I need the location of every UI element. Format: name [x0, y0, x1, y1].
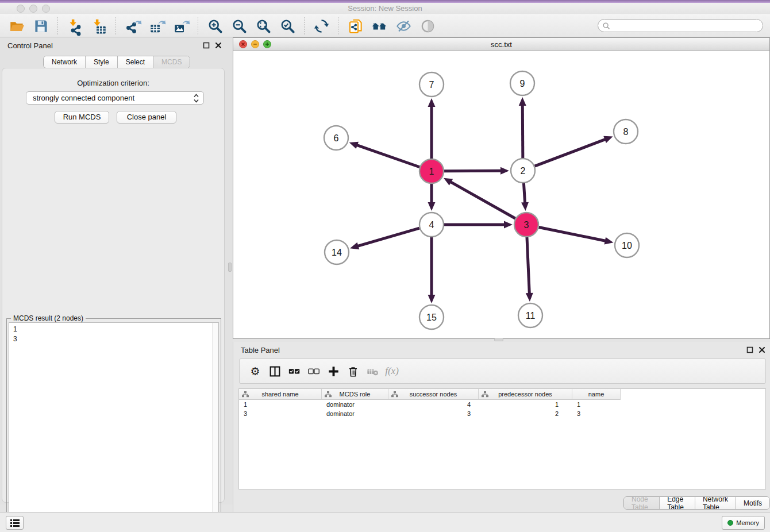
add-icon[interactable] — [324, 363, 343, 380]
tab-select[interactable]: Select — [118, 56, 153, 68]
table-cell[interactable]: 3 — [572, 409, 621, 418]
toolbar-separator — [304, 17, 305, 34]
close-panel-icon[interactable] — [214, 41, 222, 49]
save-icon[interactable] — [32, 17, 49, 34]
column-header-name[interactable]: name — [572, 389, 621, 400]
table-cell[interactable]: 3 — [239, 409, 322, 418]
mcds-result-values[interactable]: 1 3 — [9, 322, 219, 527]
graph-node-9[interactable]: 9 — [510, 71, 534, 95]
tab-style[interactable]: Style — [86, 56, 118, 68]
import-network-icon[interactable] — [66, 17, 83, 34]
svg-text:6: 6 — [334, 133, 339, 143]
deselect-all-icon[interactable] — [304, 363, 324, 380]
table-cell[interactable]: 4 — [388, 400, 479, 409]
network-canvas[interactable]: 7968124314101511 — [233, 52, 769, 338]
zoom-fit-icon[interactable] — [255, 17, 272, 34]
search-icon — [602, 22, 611, 30]
tab-motifs[interactable]: Motifs — [736, 497, 769, 509]
graph-node-15[interactable]: 15 — [419, 305, 444, 329]
table-row[interactable]: 3dominator323 — [239, 409, 621, 418]
table-toolbar: ⚙f(x) — [239, 358, 766, 384]
graph-node-6[interactable]: 6 — [324, 126, 348, 150]
column-header-predecessor-nodes[interactable]: predecessor nodes — [479, 389, 572, 400]
graph-node-10[interactable]: 10 — [615, 233, 639, 257]
function-builder-icon: f(x) — [382, 363, 402, 380]
svg-text:9: 9 — [520, 79, 525, 88]
graph-node-7[interactable]: 7 — [419, 72, 444, 97]
table-row[interactable]: 1dominator411 — [239, 400, 621, 409]
float-table-panel-icon[interactable] — [746, 346, 753, 353]
tab-label: Edge Table — [667, 496, 687, 510]
tab-mcds[interactable]: MCDS — [153, 56, 190, 68]
tab-label: Select — [126, 58, 145, 66]
home-pair-icon[interactable] — [371, 17, 388, 34]
list-icon — [10, 518, 20, 527]
table-cell[interactable]: dominator — [322, 409, 388, 418]
graph-node-2[interactable]: 2 — [511, 159, 535, 183]
refresh-icon[interactable] — [313, 17, 330, 34]
tab-network[interactable]: Network — [44, 56, 86, 68]
svg-text:3: 3 — [524, 220, 529, 230]
export-image-icon[interactable] — [172, 17, 190, 34]
mcds-result-box: MCDS result (2 nodes) 1 3 — [6, 314, 221, 530]
copy-network-icon[interactable] — [346, 17, 364, 34]
tab-label: MCDS — [161, 58, 182, 66]
zoom-out-icon[interactable] — [230, 17, 248, 34]
import-table-icon[interactable] — [90, 17, 107, 34]
svg-text:7: 7 — [429, 80, 434, 90]
svg-text:10: 10 — [622, 241, 632, 250]
graph-node-3[interactable]: 3 — [514, 213, 538, 237]
graph-node-4[interactable]: 4 — [419, 213, 444, 237]
network-window-titlebar[interactable]: scc.txt — [233, 38, 769, 51]
memory-label: Memory — [736, 519, 759, 526]
vertical-splitter-grip[interactable] — [228, 263, 232, 272]
column-header-shared-name[interactable]: shared name — [239, 389, 322, 400]
toolbar-separator — [198, 17, 198, 34]
tab-label: Style — [94, 58, 109, 66]
tab-node-table[interactable]: Node Table — [624, 497, 660, 509]
search-input[interactable] — [613, 20, 757, 31]
eye-slash-icon[interactable] — [395, 17, 412, 34]
select-all-icon[interactable] — [284, 363, 304, 380]
optimization-criterion-label: Optimization criterion: — [2, 79, 224, 87]
close-table-panel-icon[interactable] — [758, 346, 765, 353]
eye-disabled-icon — [419, 17, 436, 34]
column-header-MCDS-role[interactable]: MCDS role — [322, 389, 388, 400]
mcds-panel: Optimization criterion: strongly connect… — [2, 68, 225, 503]
table-cell[interactable]: 1 — [572, 400, 621, 409]
table-cell[interactable]: 2 — [479, 409, 572, 418]
node-table[interactable]: shared nameMCDS rolesuccessor nodesprede… — [238, 388, 766, 489]
memory-button[interactable]: Memory — [722, 516, 765, 530]
result-scrollbar[interactable] — [212, 323, 218, 527]
table-cell[interactable]: 1 — [239, 400, 322, 409]
delete-table-icon — [363, 363, 382, 380]
export-table-icon[interactable] — [148, 17, 165, 34]
split-pane-icon[interactable] — [265, 363, 284, 380]
gear-icon[interactable]: ⚙ — [245, 363, 265, 380]
close-panel-button[interactable]: Close panel — [117, 111, 176, 124]
zoom-selected-icon[interactable] — [279, 17, 296, 34]
tab-edge-table[interactable]: Edge Table — [660, 497, 695, 509]
open-folder-icon[interactable] — [8, 17, 25, 34]
task-history-button[interactable] — [6, 516, 24, 530]
horizontal-splitter-grip[interactable] — [494, 338, 503, 341]
table-cell[interactable]: dominator — [322, 400, 388, 409]
graph-node-14[interactable]: 14 — [325, 240, 349, 264]
graph-node-11[interactable]: 11 — [518, 303, 542, 327]
dropdown-stepper-icon — [193, 93, 199, 103]
graph-node-8[interactable]: 8 — [614, 119, 638, 144]
main-toolbar — [0, 14, 770, 37]
table-cell[interactable]: 1 — [479, 400, 572, 409]
search-field[interactable] — [598, 19, 763, 32]
run-mcds-button[interactable]: Run MCDS — [55, 111, 109, 124]
trash-icon[interactable] — [343, 363, 363, 380]
table-cell[interactable]: 3 — [388, 409, 479, 418]
tab-network-table[interactable]: Network Table — [695, 497, 736, 509]
column-header-successor-nodes[interactable]: successor nodes — [388, 389, 479, 400]
graph-node-1[interactable]: 1 — [419, 159, 444, 183]
float-panel-icon[interactable] — [202, 41, 210, 49]
export-network-icon[interactable] — [124, 17, 141, 34]
zoom-in-icon[interactable] — [206, 17, 224, 34]
criterion-dropdown[interactable]: strongly connected component — [26, 91, 204, 105]
toolbar-separator — [57, 17, 58, 34]
